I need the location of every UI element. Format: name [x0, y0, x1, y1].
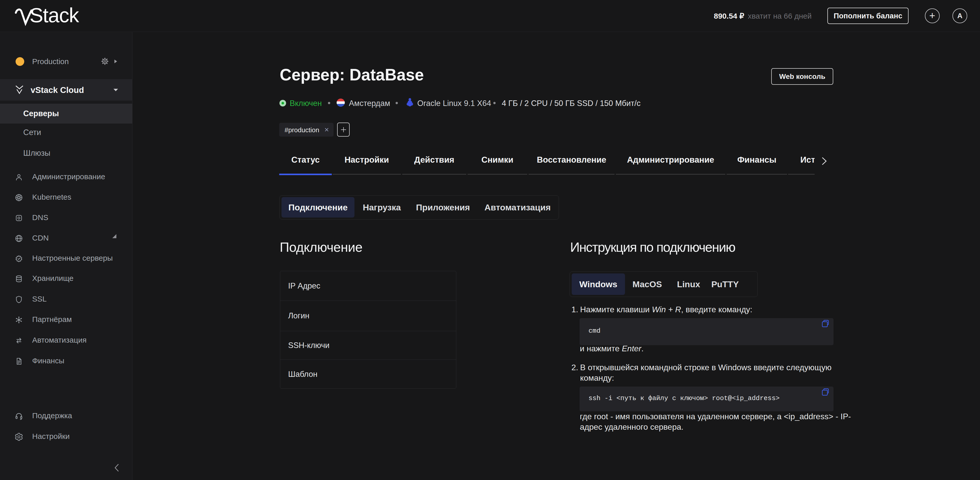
svg-text:Stack: Stack	[30, 4, 80, 27]
